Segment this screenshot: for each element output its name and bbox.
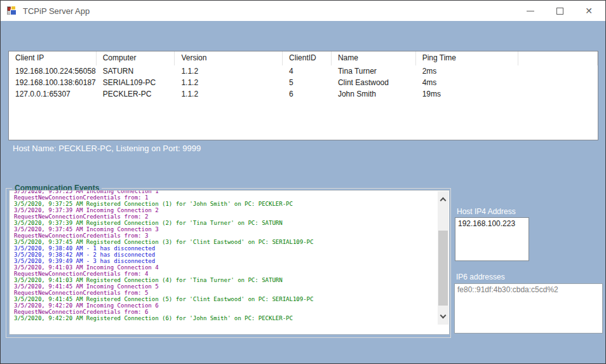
- table-cell: Tina Turner: [332, 65, 416, 77]
- chevron-down-icon: [440, 313, 447, 319]
- maximize-button[interactable]: [545, 1, 574, 21]
- table-cell: John Smith: [332, 88, 416, 100]
- minimize-button[interactable]: [516, 1, 545, 21]
- column-header-version[interactable]: Version: [175, 51, 283, 65]
- table-cell: SATURN: [97, 65, 175, 77]
- column-header-clientid[interactable]: ClientID: [283, 51, 332, 65]
- log-content: 3/5/2020, 9:37:25 AM Incoming Connection…: [14, 190, 313, 321]
- log-line: 3/5/2020, 9:38:42 AM - 2 has disconnecte…: [14, 252, 313, 258]
- communication-events-groupbox: Communication Events 3/5/2020, 9:37:25 A…: [6, 188, 451, 338]
- log-line: RequestNewConnectionCredentials from: 6: [14, 309, 313, 315]
- host-status-label: Host Name: PECKLER-PC, Listening on Port…: [13, 144, 201, 153]
- table-cell: 5: [283, 77, 332, 88]
- table-cell: 19ms: [416, 88, 519, 100]
- minimize-icon: [527, 11, 534, 11]
- log-line: 3/5/2020, 9:37:25 AM Incoming Connection…: [14, 190, 313, 194]
- chevron-up-icon: [440, 198, 447, 204]
- log-line: 3/5/2020, 9:41:03 AM Registered Connecti…: [14, 277, 313, 283]
- log-line: 3/5/2020, 9:41:03 AM Incoming Connection…: [14, 264, 313, 271]
- log-line: 3/5/2020, 9:42:20 AM Registered Connecti…: [14, 315, 313, 321]
- table-row[interactable]: 192.168.100.138:60187SERIAL109-PC1.1.25C…: [9, 77, 598, 88]
- table-cell: 6: [283, 88, 332, 100]
- table-cell: 192.168.100.224:56058: [9, 65, 97, 77]
- column-header-ping-time[interactable]: Ping Time: [416, 51, 519, 65]
- table-cell: [518, 77, 598, 88]
- column-header-computer[interactable]: Computer: [97, 51, 175, 65]
- ip6-address-item[interactable]: fe80::91df:4b30:cbda:c5cd%2: [455, 284, 602, 295]
- log-scrollbar[interactable]: [438, 191, 448, 325]
- log-line: 3/5/2020, 9:37:45 AM Registered Connecti…: [14, 239, 313, 245]
- window-title: TCPiP Server App: [23, 6, 90, 16]
- ip4-listbox[interactable]: 192.168.100.223: [455, 217, 529, 261]
- close-icon: ✕: [585, 6, 593, 15]
- table-cell: 1.1.2: [175, 65, 283, 77]
- table-cell: 4: [283, 65, 332, 77]
- table-cell: 2ms: [416, 65, 519, 77]
- log-line: RequestNewConnectionCredentials from: 4: [14, 271, 313, 277]
- column-header-filler[interactable]: [518, 51, 598, 65]
- ip4-address-item[interactable]: 192.168.100.223: [455, 218, 529, 229]
- scroll-down-button[interactable]: [438, 311, 448, 322]
- table-cell: 192.168.100.138:60187: [9, 77, 97, 88]
- log-line: 3/5/2020, 9:41:45 AM Incoming Connection…: [14, 283, 313, 290]
- scroll-up-button[interactable]: [438, 194, 448, 205]
- table-cell: PECKLER-PC: [97, 88, 175, 100]
- log-line: 3/5/2020, 9:37:39 AM Incoming Connection…: [14, 207, 313, 213]
- table-cell: Clint Eastwood: [332, 77, 416, 88]
- clients-listview[interactable]: Client IPComputerVersionClientIDNamePing…: [8, 51, 598, 140]
- log-line: 3/5/2020, 9:42:20 AM Incoming Connection…: [14, 302, 313, 309]
- maximize-icon: [556, 8, 563, 15]
- log-line: RequestNewConnectionCredentials from: 3: [14, 233, 313, 239]
- log-line: 3/5/2020, 9:37:45 AM Incoming Connection…: [14, 226, 313, 233]
- log-line: 3/5/2020, 9:39:49 AM - 3 has disconnecte…: [14, 258, 313, 264]
- app-window: TCPiP Server App ✕ Client IPComputerVers…: [0, 0, 606, 364]
- log-line: 3/5/2020, 9:37:39 AM Registered Connecti…: [14, 220, 313, 226]
- listview-header: Client IPComputerVersionClientIDNamePing…: [9, 51, 598, 65]
- listview-rows: 192.168.100.224:56058SATURN1.1.24Tina Tu…: [9, 65, 598, 100]
- table-cell: 4ms: [416, 77, 519, 88]
- table-cell: SERIAL109-PC: [97, 77, 175, 88]
- window-controls: ✕: [516, 1, 603, 21]
- table-cell: 1.1.2: [175, 88, 283, 100]
- table-cell: 1.1.2: [175, 77, 283, 88]
- titlebar[interactable]: TCPiP Server App ✕: [1, 1, 605, 21]
- scrollbar-thumb[interactable]: [438, 231, 448, 306]
- log-line: 3/5/2020, 9:38:40 AM - 1 has disconnecte…: [14, 245, 313, 252]
- ip6-listbox[interactable]: fe80::91df:4b30:cbda:c5cd%2: [454, 283, 603, 334]
- log-line: RequestNewConnectionCredentials from: 1: [14, 194, 313, 201]
- log-line: RequestNewConnectionCredentials from: 5: [14, 290, 313, 296]
- events-log[interactable]: 3/5/2020, 9:37:25 AM Incoming Connection…: [9, 190, 450, 335]
- table-row[interactable]: 127.0.0.1:65307PECKLER-PC1.1.26John Smit…: [9, 88, 598, 100]
- log-line: 3/5/2020, 9:37:25 AM Registered Connecti…: [14, 201, 313, 207]
- table-cell: 127.0.0.1:65307: [9, 88, 97, 100]
- ip4-address-label: Host IP4 Address: [457, 207, 516, 216]
- ip6-addresses-label: IP6 addresses: [456, 273, 505, 281]
- column-header-name[interactable]: Name: [332, 51, 416, 65]
- column-header-client-ip[interactable]: Client IP: [9, 51, 97, 65]
- app-icon: [7, 6, 17, 16]
- log-line: RequestNewConnectionCredentials from: 2: [14, 213, 313, 220]
- table-cell: [518, 88, 598, 100]
- table-cell: [518, 65, 598, 77]
- log-line: 3/5/2020, 9:41:45 AM Registered Connecti…: [14, 296, 313, 302]
- table-row[interactable]: 192.168.100.224:56058SATURN1.1.24Tina Tu…: [9, 65, 598, 77]
- close-button[interactable]: ✕: [574, 1, 603, 21]
